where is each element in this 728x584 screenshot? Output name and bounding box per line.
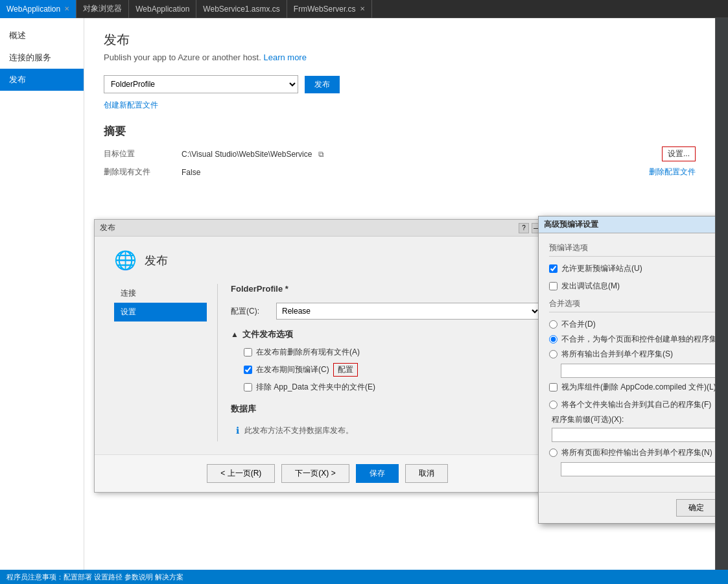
- summary-title: 摘要: [104, 124, 696, 139]
- tab-label: WebService1.asmx.cs: [203, 5, 279, 14]
- sidebar-item-publish[interactable]: 发布: [0, 69, 84, 91]
- merge-radio-5[interactable]: [549, 449, 558, 457]
- merge-option-1: 不合并(D): [549, 319, 715, 330]
- assembly-prefix-input[interactable]: [552, 428, 715, 442]
- create-profile-link[interactable]: 创建新配置文件: [104, 100, 158, 110]
- library-component-row: 视为库组件(删除 AppCode.compiled 文件)(L): [549, 382, 715, 393]
- cancel-btn[interactable]: 取消: [405, 464, 448, 483]
- merge-radio-1[interactable]: [549, 320, 558, 329]
- nav-item-connection[interactable]: 连接: [114, 284, 207, 303]
- merge-option-4: 将各个文件夹输出合并到其自己的程序集(F): [549, 399, 715, 410]
- merge-input-5[interactable]: [561, 462, 715, 476]
- adv-precompile-section-title: 预编译选项: [549, 242, 715, 257]
- sidebar-item-overview[interactable]: 概述: [0, 25, 84, 47]
- dialog-title: 发布: [100, 222, 115, 233]
- page-subtitle: Publish your app to Azure or another hos…: [104, 53, 696, 62]
- merge-radio-4[interactable]: [549, 401, 558, 409]
- advanced-config-link[interactable]: 配置: [333, 363, 358, 377]
- tab-webapplication-active[interactable]: WebApplication ✕: [0, 0, 76, 18]
- page-title: 发布: [104, 31, 696, 49]
- file-publish-options: 在发布前删除所有现有文件(A) 在发布期间预编译(C) 配置 排除 App_Da: [231, 347, 541, 393]
- save-btn[interactable]: 保存: [356, 464, 399, 483]
- tab-label: 对象浏览器: [83, 3, 122, 14]
- adv-title: 高级预编译设置: [544, 219, 598, 230]
- file-publish-section: ▲ 文件发布选项 在发布前删除所有现有文件(A) 在发布期: [231, 329, 541, 393]
- checkbox-exclude-appdata-input[interactable]: [244, 383, 252, 391]
- sidebar: 概述 连接的服务 发布: [0, 18, 84, 570]
- allow-update-checkbox[interactable]: [549, 264, 558, 273]
- tab-object-browser[interactable]: 对象浏览器: [76, 0, 129, 18]
- merge-input-3[interactable]: [561, 364, 715, 378]
- delete-config-link[interactable]: 删除配置文件: [649, 167, 696, 178]
- advanced-dialog: 高级预编译设置 ? ✕ 预编译选项 允许更新预编译站点(U) 发出调试信息(M)…: [538, 216, 715, 524]
- settings-link[interactable]: 设置...: [662, 146, 696, 161]
- profile-select[interactable]: FolderProfile: [104, 75, 298, 93]
- merge-radio-2[interactable]: [549, 335, 558, 344]
- dialog-footer: < 上一页(R) 下一页(X) > 保存 取消: [95, 454, 560, 492]
- section-toggle[interactable]: ▲: [231, 330, 239, 339]
- adv-ok-btn[interactable]: 确定: [676, 499, 715, 517]
- library-component-checkbox[interactable]: [549, 383, 558, 391]
- adv-footer: 确定 取消: [539, 492, 715, 523]
- tab-bar: WebApplication ✕ 对象浏览器 WebApplication We…: [0, 0, 728, 18]
- db-info: ℹ 此发布方法不支持数据库发布。: [231, 420, 541, 441]
- dialog-help-btn[interactable]: ?: [519, 223, 529, 233]
- tab-label: WebApplication: [6, 5, 60, 14]
- globe-icon: 🌐: [114, 250, 137, 271]
- checkbox-precompile: 在发布期间预编译(C) 配置: [244, 363, 541, 377]
- dialog-body: 🌐 发布 连接 设置 FolderProfile *: [95, 237, 560, 454]
- tab-close-icon[interactable]: ✕: [64, 5, 69, 12]
- tab-webapplication2[interactable]: WebApplication: [129, 0, 196, 18]
- tab-close-icon[interactable]: ✕: [360, 5, 365, 12]
- learn-more-link[interactable]: Learn more: [263, 53, 306, 62]
- nav-item-settings[interactable]: 设置: [114, 303, 207, 321]
- tab-webservice[interactable]: WebService1.asmx.cs: [196, 0, 287, 18]
- allow-update-row: 允许更新预编译站点(U): [549, 263, 715, 274]
- adv-titlebar: 高级预编译设置 ? ✕: [539, 216, 715, 233]
- folder-profile-label: FolderProfile *: [231, 284, 541, 294]
- summary-table: 目标位置 C:\Visual Studio\WebSite\WebService…: [104, 146, 696, 178]
- checkbox-delete-files-input[interactable]: [244, 348, 252, 356]
- summary-row-delete: 删除现有文件 False 删除配置文件: [104, 167, 696, 178]
- dialog-content-area: 连接 设置 FolderProfile * 配置(C): Release: [114, 284, 541, 441]
- dialog-main-title: 发布: [145, 253, 168, 268]
- content-area: 发布 Publish your app to Azure or another …: [84, 18, 715, 570]
- next-btn[interactable]: 下一页(X) >: [281, 464, 349, 483]
- tab-label: FrmWebServer.cs: [294, 5, 356, 14]
- emit-debug-checkbox[interactable]: [549, 282, 558, 290]
- emit-debug-row: 发出调试信息(M): [549, 281, 715, 292]
- info-icon: ℹ: [236, 425, 239, 436]
- dialog-right-content: FolderProfile * 配置(C): Release Debug ▲: [218, 284, 541, 441]
- dialog-header: 🌐 发布: [114, 250, 541, 271]
- dialog-titlebar: 发布 ? — ✕: [95, 220, 560, 237]
- adv-merge-section-title: 合并选项: [549, 298, 715, 312]
- copy-icon[interactable]: ⧉: [318, 150, 324, 159]
- profile-row: FolderProfile 发布: [104, 75, 696, 93]
- summary-row-target: 目标位置 C:\Visual Studio\WebSite\WebService…: [104, 146, 696, 161]
- checkbox-precompile-input[interactable]: [244, 366, 252, 374]
- main-area: 概述 连接的服务 发布 发布 Publish your app to Azure…: [0, 18, 728, 570]
- config-select[interactable]: Release Debug: [276, 303, 541, 320]
- publish-button[interactable]: 发布: [305, 76, 340, 93]
- tab-frmwebserver[interactable]: FrmWebServer.cs ✕: [287, 0, 372, 18]
- config-label: 配置(C):: [231, 306, 276, 317]
- assembly-prefix-label: 程序集前缀(可选)(X):: [552, 414, 715, 425]
- config-field-row: 配置(C): Release Debug: [231, 303, 541, 320]
- prev-btn[interactable]: < 上一页(R): [207, 464, 275, 483]
- right-panel: [715, 18, 728, 570]
- db-section-title: 数据库: [231, 403, 541, 415]
- status-text: 程序员注意事项：配置部署 设置路径 参数说明 解决方案: [6, 572, 183, 582]
- checkbox-delete-files: 在发布前删除所有现有文件(A): [244, 347, 541, 358]
- merge-options: 不合并(D) 不合并，为每个页面和控件创建单独的程序集(G) 将所有输出合并到单…: [549, 319, 715, 476]
- sidebar-item-connected-services[interactable]: 连接的服务: [0, 47, 84, 69]
- merge-radio-3[interactable]: [549, 350, 558, 358]
- tab-label: WebApplication: [135, 5, 189, 14]
- publish-dialog: 发布 ? — ✕ 🌐 发布 连接: [94, 219, 561, 493]
- db-section: 数据库 ℹ 此发布方法不支持数据库发布。: [231, 403, 541, 441]
- status-bar: 程序员注意事项：配置部署 设置路径 参数说明 解决方案: [0, 570, 728, 584]
- merge-option-3: 将所有输出合并到单个程序集(S): [549, 349, 715, 360]
- file-publish-header: ▲ 文件发布选项: [231, 329, 541, 340]
- dialog-left-nav: 连接 设置: [114, 284, 218, 441]
- adv-body: 预编译选项 允许更新预编译站点(U) 发出调试信息(M) 合并选项 不合并(D): [539, 233, 715, 492]
- checkbox-exclude-appdata: 排除 App_Data 文件夹中的文件(E): [244, 382, 541, 393]
